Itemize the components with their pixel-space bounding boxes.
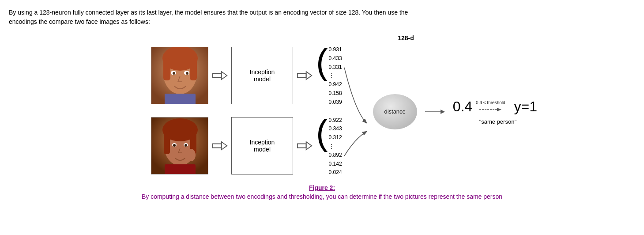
- svg-marker-12: [222, 72, 227, 80]
- v2-val3: 0.312: [329, 133, 342, 142]
- v2-val1: 0.922: [329, 116, 342, 125]
- v1-val4: ⋮: [329, 72, 342, 80]
- y-value: y=1: [514, 99, 537, 115]
- svg-rect-4: [163, 58, 170, 80]
- vector-values-2: 0.922 0.343 0.312 ⋮ 0.892 0.142 0.024: [329, 116, 342, 178]
- svg-rect-13: [298, 73, 306, 77]
- threshold-area: 0.4 < threshold: [476, 100, 505, 113]
- arrow-5-svg: [425, 107, 445, 116]
- threshold-arrow-svg: [479, 106, 501, 113]
- svg-rect-19: [164, 130, 170, 154]
- intro-line1: By using a 128-neuron fully connected la…: [9, 9, 408, 16]
- intro-paragraph: By using a 128-neuron fully connected la…: [9, 8, 627, 27]
- open-brace-1: (: [316, 44, 328, 80]
- inception-label-2: Inceptionmodel: [250, 139, 275, 153]
- svg-point-26: [187, 149, 196, 161]
- figure-caption: Figure 2:: [309, 184, 335, 191]
- svg-point-23: [173, 144, 176, 147]
- arrow-4: [297, 138, 313, 154]
- svg-rect-11: [213, 73, 222, 77]
- svg-rect-27: [213, 144, 222, 148]
- rows-wrapper: Inceptionmodel ( 0.931 0.433 0.331: [151, 43, 342, 180]
- v1-val2: 0.433: [329, 54, 342, 63]
- svg-marker-34: [497, 108, 501, 111]
- distance-ellipse: distance: [373, 94, 417, 129]
- inception-box-2: Inceptionmodel: [231, 117, 293, 174]
- arrow-1: [212, 68, 228, 83]
- arrow-3-svg: [212, 138, 228, 154]
- v1-val5: 0.942: [329, 80, 342, 89]
- inception-label-1: Inceptionmodel: [250, 68, 275, 83]
- svg-rect-25: [165, 164, 196, 174]
- threshold-arrow: [479, 106, 501, 113]
- svg-point-8: [173, 72, 175, 75]
- diagonal-arrows-svg: [342, 50, 369, 174]
- svg-marker-32: [441, 110, 445, 114]
- v1-val7: 0.039: [329, 98, 342, 107]
- arrow-2: [297, 68, 313, 83]
- vector-container-2: ( 0.922 0.343 0.312 ⋮ 0.892 0.142 0.024: [316, 115, 342, 178]
- v2-val6: 0.142: [329, 160, 342, 169]
- intro-line2: encodings the compare two face images as…: [9, 18, 150, 25]
- v1-val3: 0.331: [329, 63, 342, 72]
- v1-val1: 0.931: [329, 45, 342, 54]
- v2-val2: 0.343: [329, 125, 342, 133]
- result-area: 0.4 0.4 < threshold y=1 "same person": [453, 99, 537, 125]
- face-image-1: [151, 47, 208, 104]
- same-person-label: "same person": [479, 118, 537, 125]
- diagram-row-2: Inceptionmodel ( 0.922 0.343 0.312: [151, 114, 342, 178]
- label-128d: 128-d: [398, 34, 414, 42]
- svg-marker-30: [306, 142, 312, 150]
- svg-marker-28: [222, 142, 227, 150]
- arrow-4-svg: [297, 138, 313, 154]
- arrow-1-svg: [212, 68, 228, 83]
- face2-svg: [151, 118, 208, 174]
- svg-marker-14: [306, 72, 312, 80]
- svg-rect-10: [165, 94, 196, 104]
- threshold-label: 0.4 < threshold: [476, 100, 505, 105]
- vector-values-1: 0.931 0.433 0.331 ⋮ 0.942 0.158 0.039: [329, 45, 342, 107]
- inception-box-1: Inceptionmodel: [231, 47, 293, 104]
- face1-svg: [151, 47, 208, 104]
- diagram-row-1: Inceptionmodel ( 0.931 0.433 0.331: [151, 43, 342, 108]
- diagonal-arrows-area: [342, 50, 369, 174]
- distance-to-value-arrow: [425, 107, 445, 116]
- v2-val7: 0.024: [329, 168, 342, 177]
- svg-rect-5: [190, 58, 197, 80]
- vector-container-1: ( 0.931 0.433 0.331 ⋮ 0.942 0.158 0.039: [316, 44, 342, 107]
- diagram-container: 128-d: [9, 34, 635, 200]
- result-top: 0.4 0.4 < threshold y=1: [453, 99, 537, 115]
- distance-label: distance: [384, 108, 405, 115]
- open-brace-2: (: [316, 115, 328, 150]
- main-diagram: Inceptionmodel ( 0.931 0.433 0.331: [151, 43, 537, 180]
- face-image-2: [151, 117, 208, 174]
- arrow-3: [212, 138, 228, 154]
- arrow-2-svg: [297, 68, 313, 83]
- svg-point-24: [185, 144, 187, 147]
- svg-rect-29: [298, 144, 306, 148]
- v1-val6: 0.158: [329, 89, 342, 98]
- v2-val5: 0.892: [329, 151, 342, 160]
- svg-point-9: [186, 72, 188, 75]
- v2-val4: ⋮: [329, 142, 342, 151]
- distance-number: 0.4: [453, 99, 472, 115]
- figure-description: By computing a distance between two enco…: [142, 193, 502, 200]
